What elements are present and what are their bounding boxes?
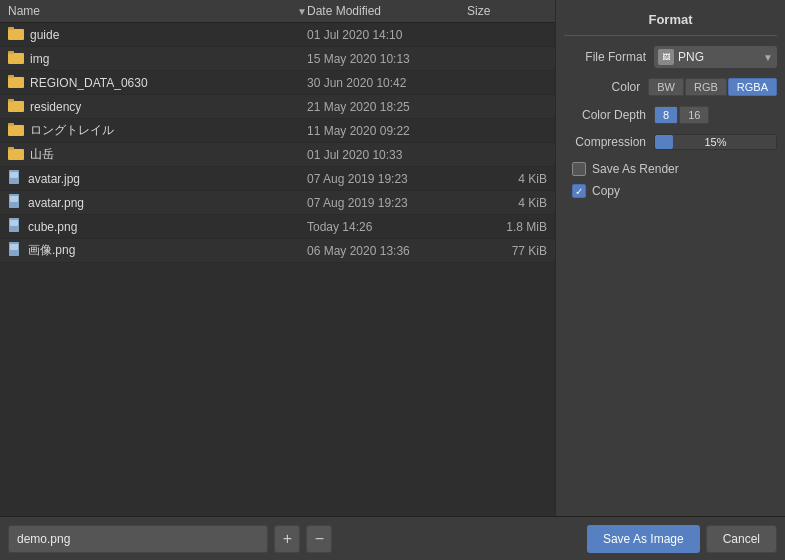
file-name: residency <box>30 100 307 114</box>
main-container: Name ▼ Date Modified Size guide01 Jul 20… <box>0 0 785 560</box>
file-size: 1.8 MiB <box>467 220 547 234</box>
file-size: 77 KiB <box>467 244 547 258</box>
folder-icon <box>8 146 24 163</box>
right-panel: Format File Format 🖼 PNG ▼ Color BW <box>555 0 785 516</box>
file-size: 4 KiB <box>467 172 547 186</box>
folder-icon <box>8 98 24 115</box>
format-png-icon: 🖼 <box>658 49 674 65</box>
svg-rect-14 <box>8 123 14 126</box>
file-name: 画像.png <box>28 242 307 259</box>
svg-rect-8 <box>8 75 14 78</box>
file-date: 21 May 2020 18:25 <box>307 100 467 114</box>
file-name: avatar.png <box>28 196 307 210</box>
file-name: ロングトレイル <box>30 122 307 139</box>
folder-icon <box>8 26 24 43</box>
compression-bar: 15% <box>654 134 777 150</box>
svg-rect-5 <box>8 51 14 54</box>
depth-btn-16[interactable]: 16 <box>679 106 709 124</box>
svg-rect-23 <box>10 196 18 202</box>
copy-checkbox[interactable]: ✓ <box>572 184 586 198</box>
svg-rect-17 <box>8 147 14 150</box>
format-panel-title: Format <box>564 8 777 36</box>
file-date: 01 Jul 2020 14:10 <box>307 28 467 42</box>
list-item[interactable]: residency21 May 2020 18:25 <box>0 95 555 119</box>
depth-button-group: 8 16 <box>654 106 709 124</box>
list-item[interactable]: REGION_DATA_063030 Jun 2020 10:42 <box>0 71 555 95</box>
file-date: 06 May 2020 13:36 <box>307 244 467 258</box>
file-panel: Name ▼ Date Modified Size guide01 Jul 20… <box>0 0 555 516</box>
list-item[interactable]: img15 May 2020 10:13 <box>0 47 555 71</box>
content-area: Name ▼ Date Modified Size guide01 Jul 20… <box>0 0 785 516</box>
file-name: img <box>30 52 307 66</box>
color-button-group: BW RGB RGBA <box>648 78 777 96</box>
list-item[interactable]: avatar.jpg07 Aug 2019 19:234 KiB <box>0 167 555 191</box>
compression-label: Compression <box>564 135 654 149</box>
add-button[interactable]: + <box>274 525 300 553</box>
list-item[interactable]: 山岳01 Jul 2020 10:33 <box>0 143 555 167</box>
copy-row[interactable]: ✓ Copy <box>564 184 777 198</box>
svg-rect-20 <box>10 172 18 178</box>
depth-btn-8[interactable]: 8 <box>654 106 678 124</box>
image-icon <box>8 194 22 211</box>
cancel-button[interactable]: Cancel <box>706 525 777 553</box>
file-name: 山岳 <box>30 146 307 163</box>
checkmark-icon: ✓ <box>575 186 583 197</box>
image-icon <box>8 170 22 187</box>
svg-rect-26 <box>10 220 18 226</box>
list-item[interactable]: 画像.png06 May 2020 13:3677 KiB <box>0 239 555 263</box>
color-label: Color <box>564 80 648 94</box>
compression-text: 15% <box>655 135 776 149</box>
color-btn-bw[interactable]: BW <box>648 78 684 96</box>
sort-icon: ▼ <box>297 6 307 17</box>
format-select-dropdown[interactable]: 🖼 PNG ▼ <box>654 46 777 68</box>
image-icon <box>8 242 22 259</box>
file-date: 07 Aug 2019 19:23 <box>307 172 467 186</box>
list-item[interactable]: ロングトレイル11 May 2020 09:22 <box>0 119 555 143</box>
file-format-label: File Format <box>564 50 654 64</box>
svg-rect-11 <box>8 99 14 102</box>
column-name-header: Name <box>8 4 293 18</box>
dropdown-arrow-icon: ▼ <box>763 52 773 63</box>
color-depth-row: Color Depth 8 16 <box>564 106 777 124</box>
image-icon <box>8 218 22 235</box>
file-date: 11 May 2020 09:22 <box>307 124 467 138</box>
color-btn-rgba[interactable]: RGBA <box>728 78 777 96</box>
compression-bar-container[interactable]: 15% <box>654 134 777 150</box>
color-btn-rgb[interactable]: RGB <box>685 78 727 96</box>
format-selected-value: PNG <box>678 50 763 64</box>
folder-icon <box>8 122 24 139</box>
file-name: cube.png <box>28 220 307 234</box>
file-name: REGION_DATA_0630 <box>30 76 307 90</box>
file-date: Today 14:26 <box>307 220 467 234</box>
save-as-render-checkbox[interactable] <box>572 162 586 176</box>
minus-button[interactable]: − <box>306 525 332 553</box>
compression-row: Compression 15% <box>564 134 777 150</box>
color-row: Color BW RGB RGBA <box>564 78 777 96</box>
file-date: 30 Jun 2020 10:42 <box>307 76 467 90</box>
filename-input[interactable] <box>8 525 268 553</box>
compression-value: 15% <box>654 134 777 150</box>
file-format-row: File Format 🖼 PNG ▼ <box>564 46 777 68</box>
svg-rect-2 <box>8 27 14 30</box>
list-item[interactable]: cube.pngToday 14:261.8 MiB <box>0 215 555 239</box>
list-item[interactable]: guide01 Jul 2020 14:10 <box>0 23 555 47</box>
copy-label: Copy <box>592 184 620 198</box>
file-list-header: Name ▼ Date Modified Size <box>0 0 555 23</box>
save-as-image-button[interactable]: Save As Image <box>587 525 700 553</box>
save-as-render-row[interactable]: Save As Render <box>564 162 777 176</box>
bottom-bar: + − Save As Image Cancel <box>0 516 785 560</box>
file-size: 4 KiB <box>467 196 547 210</box>
column-size-header: Size <box>467 4 547 18</box>
color-options: BW RGB RGBA <box>648 78 777 96</box>
file-date: 01 Jul 2020 10:33 <box>307 148 467 162</box>
color-depth-label: Color Depth <box>564 108 654 122</box>
file-date: 07 Aug 2019 19:23 <box>307 196 467 210</box>
file-list: guide01 Jul 2020 14:10img15 May 2020 10:… <box>0 23 555 516</box>
file-name: avatar.jpg <box>28 172 307 186</box>
folder-icon <box>8 50 24 67</box>
column-date-header: Date Modified <box>307 4 467 18</box>
list-item[interactable]: avatar.png07 Aug 2019 19:234 KiB <box>0 191 555 215</box>
file-format-value: 🖼 PNG ▼ <box>654 46 777 68</box>
save-as-render-label: Save As Render <box>592 162 679 176</box>
folder-icon <box>8 74 24 91</box>
